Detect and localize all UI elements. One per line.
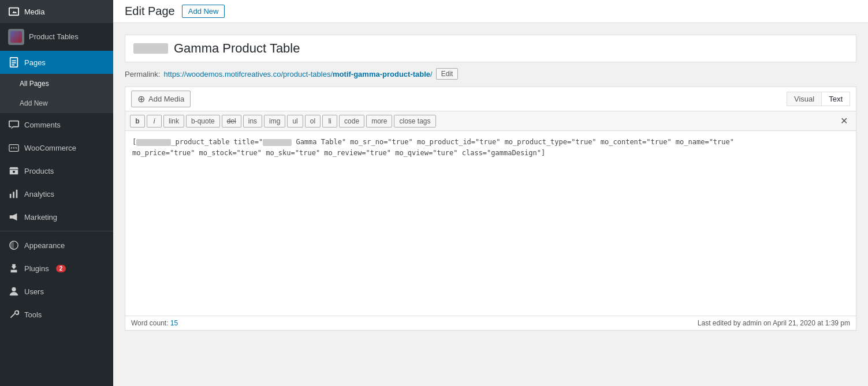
word-count-label: Word count: (131, 319, 168, 327)
fmt-img-button[interactable]: img (264, 115, 285, 128)
svg-point-5 (12, 287, 16, 291)
add-media-button[interactable]: ⊕ Add Media (131, 91, 191, 107)
sidebar-item-woocommerce[interactable]: WooCommerce (0, 136, 113, 159)
view-tabs: Visual Text (787, 92, 850, 106)
fmt-bquote-button[interactable]: b-quote (186, 115, 220, 128)
wordcount-bar: Word count: 15 Last edited by admin on A… (125, 316, 856, 330)
products-icon (8, 165, 20, 177)
sidebar-item-products[interactable]: Products (0, 159, 113, 182)
sidebar-item-plugins[interactable]: Plugins 2 (0, 257, 113, 280)
title-blur-placeholder (133, 43, 168, 54)
comments-icon (8, 119, 20, 130)
sidebar-item-analytics[interactable]: Analytics (0, 182, 113, 205)
tab-visual[interactable]: Visual (787, 92, 821, 106)
permalink-edit-button[interactable]: Edit (436, 68, 459, 80)
plugin-icon (8, 29, 24, 45)
sidebar-item-plugins-label: Plugins (24, 264, 49, 273)
main-area: Edit Page Add New Permalink: https://woo… (113, 0, 868, 386)
content-area: Permalink: https://woodemos.motifcreativ… (113, 23, 868, 386)
pages-submenu: All Pages Add New (0, 74, 113, 113)
svg-rect-1 (10, 194, 12, 198)
sidebar-item-appearance-label: Appearance (24, 241, 65, 250)
sidebar-item-add-new-page[interactable]: Add New (0, 93, 113, 113)
marketing-icon (8, 211, 20, 223)
sidebar-item-tools-label: Tools (24, 310, 42, 319)
sidebar-item-appearance[interactable]: Appearance (0, 234, 113, 257)
sidebar-item-media-label: Media (24, 8, 44, 16)
tools-icon (8, 309, 20, 320)
sidebar-item-analytics-label: Analytics (24, 190, 54, 198)
sidebar-item-product-tables[interactable]: Product Tables (0, 23, 113, 51)
fmt-code-button[interactable]: code (339, 115, 364, 128)
svg-rect-2 (13, 192, 14, 198)
media-icon (8, 6, 20, 17)
sidebar-item-pages[interactable]: Pages (0, 51, 113, 74)
appearance-icon (8, 239, 20, 251)
editor-content[interactable]: [_product_table title=" Gamma Table" mo_… (125, 131, 856, 316)
add-new-button[interactable]: Add New (182, 5, 225, 18)
page-title-input[interactable] (174, 41, 848, 56)
add-new-page-label: Add New (20, 99, 48, 107)
sidebar-item-pages-label: Pages (24, 58, 46, 67)
woo-icon (8, 142, 20, 153)
svg-rect-3 (16, 190, 18, 198)
page-heading: Edit Page (125, 5, 175, 18)
fmt-link-button[interactable]: link (163, 115, 184, 128)
sidebar-item-products-label: Products (24, 167, 54, 175)
permalink-label: Permalink: (125, 70, 160, 78)
plugins-badge: 2 (56, 265, 66, 272)
format-toolbar: b i link b-quote del ins img ul ol li co… (125, 111, 856, 131)
add-media-icon: ⊕ (137, 93, 145, 104)
word-count-number: 15 (170, 319, 178, 327)
permalink-link[interactable]: https://woodemos.motifcreatives.co/produ… (163, 70, 432, 78)
fmt-del-button[interactable]: del (222, 115, 241, 128)
word-count-area: Word count: 15 (131, 319, 178, 327)
permalink-row: Permalink: https://woodemos.motifcreativ… (125, 68, 856, 80)
fmt-ul-button[interactable]: ul (287, 115, 303, 128)
last-edited-text: Last edited by admin on April 21, 2020 a… (698, 319, 850, 327)
sidebar-item-woo-label: WooCommerce (24, 144, 76, 152)
analytics-icon (8, 188, 20, 200)
sidebar-item-product-tables-label: Product Tables (29, 32, 79, 42)
fmt-bold-button[interactable]: b (130, 115, 145, 128)
fmt-italic-button[interactable]: i (147, 115, 162, 128)
editor-wrap: ⊕ Add Media Visual Text b i link b-quote… (125, 87, 856, 331)
fmt-closetags-button[interactable]: close tags (394, 115, 435, 128)
fmt-more-button[interactable]: more (366, 115, 392, 128)
plugins-icon (8, 263, 20, 274)
all-pages-label: All Pages (20, 80, 49, 88)
sidebar-item-tools[interactable]: Tools (0, 303, 113, 326)
sidebar: Media Product Tables Pages All Pages Add… (0, 0, 113, 386)
fmt-ins-button[interactable]: ins (243, 115, 262, 128)
toolbar-expand-icon[interactable]: ✕ (837, 114, 851, 128)
sidebar-divider (0, 231, 113, 231)
permalink-slug: motif-gamma-product-table (333, 70, 430, 78)
sidebar-item-all-pages[interactable]: All Pages (0, 74, 113, 93)
sidebar-item-comments-label: Comments (24, 121, 61, 129)
title-row (125, 35, 856, 62)
sidebar-item-marketing[interactable]: Marketing (0, 205, 113, 228)
sidebar-item-users-label: Users (24, 287, 44, 296)
sidebar-item-comments[interactable]: Comments (0, 113, 113, 136)
fmt-li-button[interactable]: li (322, 115, 337, 128)
sidebar-item-marketing-label: Marketing (24, 213, 57, 222)
fmt-ol-button[interactable]: ol (305, 115, 321, 128)
topbar: Edit Page Add New (113, 0, 868, 23)
pages-icon (8, 57, 20, 68)
users-icon (8, 286, 20, 297)
sidebar-item-users[interactable]: Users (0, 280, 113, 303)
tab-text[interactable]: Text (821, 92, 850, 106)
sidebar-item-media[interactable]: Media (0, 0, 113, 23)
add-media-label: Add Media (148, 95, 184, 103)
editor-top-toolbar: ⊕ Add Media Visual Text (125, 87, 856, 111)
